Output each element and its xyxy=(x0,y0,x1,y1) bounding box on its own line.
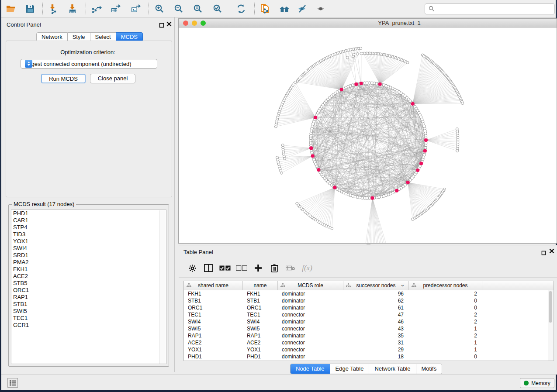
chevron-updown-icon[interactable] xyxy=(25,60,32,68)
deselect-all-columns-icon[interactable] xyxy=(235,262,248,274)
mcds-result-item[interactable]: SWI4 xyxy=(11,245,166,252)
table-row[interactable]: TEC1TEC1connector472 xyxy=(184,311,554,318)
control-panel-restore-icon[interactable] xyxy=(159,22,164,27)
function-builder-icon[interactable]: f(x) xyxy=(301,262,313,274)
table-tab-network-table[interactable]: Network Table xyxy=(369,364,415,374)
table-cell[interactable]: PHD1 xyxy=(188,353,243,360)
control-panel-tab-select[interactable]: Select xyxy=(90,32,116,41)
table-cell[interactable]: 46 xyxy=(343,318,404,325)
mcds-result-list[interactable]: PHD1CAR1STP4TID3YOX1SWI4SRD1PMA2FKH1ACE2… xyxy=(11,210,166,364)
table-cell[interactable]: 18 xyxy=(343,353,404,360)
mcds-result-item[interactable]: FKH1 xyxy=(11,266,166,273)
table-row[interactable]: FKH1FKH1dominator962 xyxy=(184,290,554,297)
table-cell[interactable]: connector xyxy=(282,339,343,346)
table-cell[interactable]: ORC1 xyxy=(188,304,243,311)
hide-unselected-icon[interactable] xyxy=(297,3,308,14)
network-graph[interactable] xyxy=(179,27,557,243)
mcds-result-item[interactable]: RAP1 xyxy=(11,294,166,301)
zoom-out-icon[interactable] xyxy=(173,3,184,14)
table-cell[interactable]: 1 xyxy=(409,346,477,353)
mcds-result-scrollbar[interactable] xyxy=(159,210,166,364)
table-cell[interactable]: ACE2 xyxy=(188,339,243,346)
memory-button[interactable]: Memory xyxy=(520,378,554,388)
table-cell[interactable]: connector xyxy=(282,325,343,332)
table-cell[interactable]: STB1 xyxy=(247,297,278,304)
zoom-in-icon[interactable] xyxy=(154,3,165,14)
table-cell[interactable]: connector xyxy=(282,311,343,318)
table-vertical-scrollbar[interactable] xyxy=(548,290,553,361)
export-image-icon[interactable] xyxy=(130,3,142,14)
table-cell[interactable]: PHD1 xyxy=(247,353,278,360)
delete-table-icon[interactable] xyxy=(284,262,297,274)
control-panel-tab-style[interactable]: Style xyxy=(68,32,90,41)
split-columns-icon[interactable] xyxy=(202,262,214,274)
table-cell[interactable]: SWI5 xyxy=(247,325,278,332)
gear-icon[interactable] xyxy=(186,262,198,274)
table-cell[interactable]: 96 xyxy=(343,290,404,297)
table-cell[interactable]: TEC1 xyxy=(247,311,278,318)
search-box[interactable] xyxy=(425,3,555,14)
mcds-result-item[interactable]: PMA2 xyxy=(11,259,166,266)
table-cell[interactable]: 43 xyxy=(343,325,404,332)
run-mcds-button[interactable]: Run MCDS xyxy=(41,74,86,83)
table-cell[interactable]: 31 xyxy=(343,339,404,346)
table-cell[interactable]: ACE2 xyxy=(247,339,278,346)
mcds-result-item[interactable]: YOX1 xyxy=(11,238,166,245)
control-panel-tab-network[interactable]: Network xyxy=(36,32,68,41)
table-row[interactable]: RAP1RAP1dominator352 xyxy=(184,332,554,339)
close-panel-button[interactable]: Close panel xyxy=(90,74,135,83)
table-cell[interactable]: dominator xyxy=(282,290,343,297)
table-cell[interactable]: 2 xyxy=(409,332,477,339)
show-all-icon[interactable] xyxy=(279,3,290,14)
mcds-result-item[interactable]: TEC1 xyxy=(11,315,166,322)
table-cell[interactable]: 1 xyxy=(409,339,477,346)
table-cell[interactable]: 0 xyxy=(409,353,477,360)
table-cell[interactable]: YOX1 xyxy=(247,346,278,353)
control-panel-close-icon[interactable] xyxy=(166,21,172,27)
delete-column-icon[interactable] xyxy=(268,262,280,274)
table-cell[interactable]: 29 xyxy=(343,346,404,353)
table-cell[interactable]: FKH1 xyxy=(247,290,278,297)
zoom-selected-icon[interactable] xyxy=(212,3,223,14)
save-session-icon[interactable] xyxy=(24,3,36,14)
table-cell[interactable]: dominator xyxy=(282,297,343,304)
zoom-fit-icon[interactable] xyxy=(192,3,204,14)
table-scrollbar-thumb[interactable] xyxy=(549,291,552,323)
mcds-result-item[interactable]: SRD1 xyxy=(11,252,166,259)
column-header-successor-nodes[interactable]: successor nodes⌄ xyxy=(343,281,409,290)
mcds-result-item[interactable]: SWI5 xyxy=(11,308,166,315)
table-cell[interactable]: FKH1 xyxy=(188,290,243,297)
mcds-result-item[interactable]: STB1 xyxy=(11,301,166,308)
table-cell[interactable]: SWI4 xyxy=(247,318,278,325)
mcds-result-item[interactable]: ORC1 xyxy=(11,287,166,294)
table-cell[interactable]: dominator xyxy=(282,304,343,311)
table-cell[interactable]: 2 xyxy=(409,290,477,297)
table-cell[interactable]: 35 xyxy=(343,332,404,339)
table-cell[interactable]: 47 xyxy=(343,311,404,318)
table-cell[interactable]: RAP1 xyxy=(247,332,278,339)
control-panel-tab-mcds[interactable]: MCDS xyxy=(116,32,143,41)
mcds-result-item[interactable]: STB5 xyxy=(11,280,166,287)
table-cell[interactable]: dominator xyxy=(282,353,343,360)
table-tab-node-table[interactable]: Node Table xyxy=(291,364,330,374)
add-column-icon[interactable] xyxy=(252,262,264,274)
mcds-result-item[interactable]: TID3 xyxy=(11,231,166,238)
optimization-criterion-select[interactable]: largest connected component (undirected) xyxy=(21,59,157,69)
table-row[interactable]: SWI4SWI4dominator462 xyxy=(184,318,554,325)
export-pdf-icon[interactable] xyxy=(259,3,271,14)
mcds-result-item[interactable]: GCR1 xyxy=(11,322,166,329)
table-row[interactable]: PHD1PHD1dominator180 xyxy=(184,353,554,360)
table-cell[interactable]: 2 xyxy=(409,311,477,318)
table-cell[interactable]: SWI5 xyxy=(188,325,243,332)
node-table[interactable]: shared namenameMCDS rolesuccessor nodes⌄… xyxy=(183,281,554,361)
column-header-shared-name[interactable]: shared name xyxy=(184,281,243,290)
table-cell[interactable]: 1 xyxy=(409,325,477,332)
table-cell[interactable]: STB1 xyxy=(188,297,243,304)
mcds-result-item[interactable]: STP4 xyxy=(11,224,166,231)
select-all-columns-icon[interactable] xyxy=(219,262,231,274)
table-cell[interactable]: dominator xyxy=(282,318,343,325)
table-row[interactable]: YOX1YOX1connector291 xyxy=(184,346,554,353)
export-network-icon[interactable] xyxy=(91,3,102,14)
table-cell[interactable]: 2 xyxy=(409,318,477,325)
column-header-name[interactable]: name xyxy=(243,281,278,290)
